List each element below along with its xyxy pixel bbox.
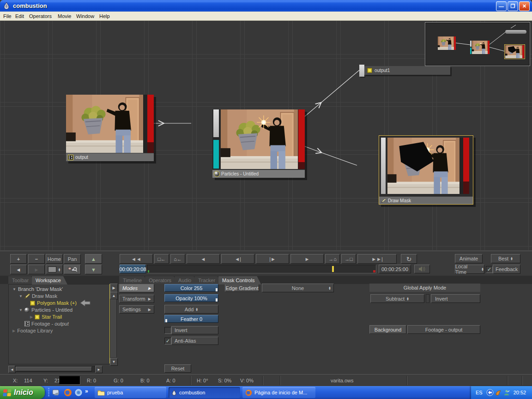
next-keyframe-button[interactable]: →⌂ [325, 254, 340, 264]
global-invert-checkbox[interactable] [426, 294, 429, 303]
taskbar-button-combustion[interactable]: combustion [169, 387, 240, 398]
next-marker-button[interactable]: →□ [341, 254, 356, 264]
category-settings-button[interactable]: Settings▶ [119, 305, 154, 314]
end-time-field[interactable]: 00:00:25:00 [379, 265, 411, 273]
go-to-end-button[interactable]: ►►| [357, 254, 397, 264]
pan-button[interactable]: Pan [64, 254, 81, 264]
blend-mode-selector[interactable]: Add▲▼ [164, 305, 218, 314]
quality-selector[interactable]: Best▲▼ [491, 254, 520, 263]
update-tray-icon[interactable] [486, 389, 494, 396]
taskbar-button-firefox-page[interactable]: Página de inicio de M... [242, 387, 315, 398]
invert-checkbox[interactable] [164, 327, 171, 334]
node-particles[interactable]: Particles - Untitled [212, 109, 305, 178]
down-level-button[interactable]: ▼ [85, 265, 102, 274]
feather-slider[interactable]: Feather 0 [164, 315, 218, 323]
tree-expand-icon[interactable]: ▼ [19, 294, 23, 298]
history-back-button[interactable]: ◄ [10, 265, 27, 274]
messenger-tray-icon[interactable] [503, 389, 510, 396]
history-forward-button[interactable]: ► [28, 265, 45, 274]
invert-toggle[interactable]: Invert [171, 326, 218, 334]
tree-item-branch[interactable]: ▼ Branch 'Draw Mask' [12, 286, 63, 292]
node-draw-mask[interactable]: Draw Mask [379, 135, 473, 205]
previous-keyframe-button[interactable]: ⌂← [170, 254, 185, 264]
up-level-button[interactable]: ▲ [85, 254, 102, 264]
color-slider[interactable]: Color 255 [164, 284, 218, 292]
tree-item-footage-library[interactable]: ▶ Footage Library [12, 327, 53, 334]
messenger-quicklaunch-icon[interactable] [75, 389, 82, 396]
home-button[interactable]: Home [46, 254, 63, 264]
clock[interactable]: 20:52 [514, 390, 526, 395]
feedback-checkbox[interactable]: ✓ [486, 266, 493, 273]
schematic-zoom-tool-button[interactable] [64, 265, 81, 274]
previous-marker-button[interactable]: □← [154, 254, 169, 264]
node-output[interactable]: output [66, 95, 154, 161]
app-tray-icon[interactable] [495, 389, 502, 396]
tree-item-polygon-mask[interactable]: Polygon Mask (+) [30, 300, 91, 306]
tab-tracker[interactable]: Tracker [194, 276, 222, 284]
tree-scroll-down-button[interactable]: ▼ [110, 358, 118, 366]
time-mode-selector[interactable]: Local Time▲▼ [455, 265, 484, 274]
workspace-tree[interactable]: ▼ Branch 'Draw Mask' ▼ Draw Mask Polygon… [8, 284, 110, 364]
tree-hscroll-thumb[interactable] [16, 367, 92, 371]
slider-handle[interactable] [165, 319, 167, 322]
global-invert-toggle[interactable]: Invert [431, 294, 480, 303]
language-indicator[interactable]: ES [476, 390, 483, 395]
menu-movie[interactable]: Movie [58, 12, 71, 21]
loop-button[interactable]: ↻ [401, 254, 417, 264]
anti-alias-checkbox[interactable]: ✓ [164, 338, 171, 345]
tree-item-particles[interactable]: ▼ Particles - Untitled [19, 307, 73, 313]
tab-toolbar[interactable]: Toolbar [8, 276, 35, 284]
menu-edit[interactable]: Edit [15, 12, 24, 21]
animate-button[interactable]: Animate [455, 254, 483, 263]
tab-workspace[interactable]: Workspace [32, 276, 67, 284]
schematic-view[interactable]: output Particles - Untitled Draw Mask ou… [0, 21, 532, 251]
edge-gradient-selector[interactable]: None▲▼ [262, 284, 334, 292]
play-button[interactable]: ► [290, 254, 324, 264]
tree-vertical-scrollbar[interactable] [110, 299, 117, 358]
step-forward-button[interactable]: |► [256, 254, 289, 264]
tree-horizontal-scrollbar[interactable] [15, 366, 95, 372]
node-output1[interactable]: output1 [359, 65, 452, 77]
tree-expand-icon[interactable]: ▶ [30, 315, 33, 319]
menu-help[interactable]: Help [99, 12, 110, 21]
restore-button[interactable]: ❐ [508, 1, 518, 11]
menu-file[interactable]: File [3, 12, 12, 21]
tree-expand-icon[interactable]: ▶ [12, 329, 15, 333]
close-button[interactable]: ✕ [519, 1, 530, 11]
tab-operators[interactable]: Operators [145, 276, 178, 284]
tab-mask-controls[interactable]: Mask Controls [218, 276, 261, 284]
menu-window[interactable]: Window [76, 12, 94, 21]
tree-expand-icon[interactable]: ▼ [12, 287, 16, 291]
zoom-out-button[interactable]: − [28, 254, 45, 264]
tree-expand-panel-button[interactable]: ▶ [110, 284, 118, 292]
display-mode-selector[interactable]: ▲▼ [46, 265, 63, 274]
schematic-minimap[interactable] [425, 22, 530, 66]
firefox-quicklaunch-icon[interactable] [64, 388, 72, 397]
window-titlebar[interactable]: combustion — ❐ ✕ [0, 0, 532, 12]
global-apply-selector[interactable]: Subtract▲▼ [370, 294, 424, 303]
start-button[interactable]: Inicio [0, 386, 45, 399]
tree-expand-icon[interactable]: ▼ [19, 308, 23, 312]
quicklaunch-overflow-chevron[interactable]: » [85, 388, 88, 394]
background-selector[interactable]: Footage - output [407, 325, 480, 334]
quicklaunch-handle[interactable] [48, 388, 49, 397]
taskbar-button-prueba[interactable]: prueba [95, 387, 166, 398]
zoom-in-button[interactable]: + [10, 254, 27, 264]
go-to-start-button[interactable]: ◄◄ [120, 254, 153, 264]
timeline-playhead[interactable] [332, 266, 334, 272]
show-desktop-icon[interactable] [52, 389, 60, 396]
opacity-slider[interactable]: Opacity 100% [164, 294, 218, 302]
category-transform-button[interactable]: Transform▶ [119, 295, 154, 303]
step-back-button[interactable]: ◄| [221, 254, 254, 264]
menu-operators[interactable]: Operators [29, 12, 52, 21]
reset-button[interactable]: Reset [164, 364, 191, 373]
category-modes-button[interactable]: Modes▶ [119, 284, 154, 292]
current-time-field[interactable]: 00:00:20:08 [120, 265, 146, 273]
tree-scroll-right-button[interactable]: ► [95, 366, 103, 373]
feedback-toggle[interactable]: Feedback [493, 265, 520, 274]
audio-mute-button[interactable] [414, 265, 430, 273]
tab-audio[interactable]: Audio [175, 276, 198, 284]
tree-item-draw-mask[interactable]: ▼ Draw Mask [19, 293, 57, 299]
minimize-button[interactable]: — [496, 1, 507, 11]
slider-handle[interactable] [216, 288, 218, 291]
